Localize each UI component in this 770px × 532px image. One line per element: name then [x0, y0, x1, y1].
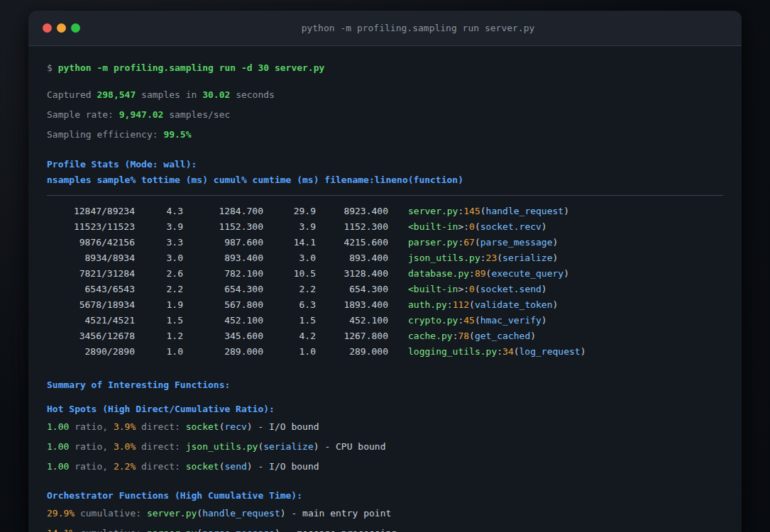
captured-line: Captured 298,547 samples in 30.02 second… [47, 87, 723, 103]
cumtime-cell: 289.000 [316, 344, 388, 360]
tottime-cell: 345.600 [183, 328, 263, 344]
terminal-window: python -m profiling.sampling run server.… [28, 11, 742, 532]
sample-pct-cell: 4.3 [135, 204, 183, 219]
nsamples-cell: 7821/31284 [47, 266, 135, 282]
nsamples-cell: 3456/12678 [47, 328, 135, 344]
cumul-pct-cell: 1.5 [263, 313, 316, 328]
close-button[interactable] [43, 23, 52, 33]
tottime-cell: 1152.300 [183, 219, 263, 235]
table-row: 4521/45211.5452.1001.5452.100crypto.py:4… [47, 313, 723, 328]
cumul-pct-cell: 1.0 [263, 344, 316, 360]
samples-count: 298,547 [97, 89, 136, 100]
nsamples-cell: 6543/6543 [47, 282, 135, 297]
orchestrator-note: - message processing [280, 528, 397, 532]
location-cell: server.py:145(handle_request) [408, 204, 569, 219]
table-divider [47, 195, 723, 196]
tottime-cell: 654.300 [183, 282, 263, 297]
direct-pct: 2.2% [114, 461, 136, 472]
direct-pct: 3.9% [114, 421, 136, 432]
hot-spots-heading: Hot Spots (High Direct/Cumulative Ratio)… [47, 401, 723, 417]
cumtime-cell: 1893.400 [316, 297, 388, 313]
cumul-pct-cell: 4.2 [263, 328, 316, 344]
sample-pct-cell: 1.0 [135, 344, 183, 360]
hot-spot-item: 1.00 ratio, 3.9% direct: socket(recv) - … [47, 419, 723, 435]
window-controls [28, 23, 94, 33]
table-row: 12847/892344.31284.70029.98923.400server… [47, 204, 723, 219]
tottime-cell: 1284.700 [183, 204, 263, 219]
table-columns-header: nsamples sample% tottime (ms) cumul% cum… [47, 172, 723, 188]
location-cell: json_utils.py:23(serialize) [408, 250, 558, 266]
command-text: python -m profiling.sampling run -d 30 s… [58, 62, 325, 73]
location-cell: logging_utils.py:34(log_request) [408, 344, 585, 360]
cumtime-cell: 8923.400 [316, 204, 388, 219]
nsamples-cell: 4521/4521 [47, 313, 135, 328]
shell-prompt: $ [47, 62, 58, 73]
efficiency-line: Sampling efficiency: 99.5% [47, 127, 723, 143]
location-cell: crypto.py:45(hmac_verify) [408, 313, 547, 328]
tottime-cell: 567.800 [183, 297, 263, 313]
ratio-value: 1.00 [47, 421, 69, 432]
cumulative-pct: 14.1% [47, 528, 75, 532]
sample-pct-cell: 1.9 [135, 297, 183, 313]
sample-pct-cell: 1.5 [135, 313, 183, 328]
sample-rate-value: 9,947.02 [119, 109, 164, 120]
location-cell: cache.py:78(get_cached) [408, 328, 536, 344]
location-cell: database.py:89(execute_query) [408, 266, 569, 282]
tottime-cell: 987.600 [183, 235, 263, 250]
tottime-cell: 289.000 [183, 344, 263, 360]
nsamples-cell: 8934/8934 [47, 250, 135, 266]
titlebar[interactable]: python -m profiling.sampling run server.… [28, 11, 742, 46]
location-cell: <built-in>:0(socket.recv) [408, 219, 547, 235]
cumtime-cell: 654.300 [316, 282, 388, 297]
window-title: python -m profiling.sampling run server.… [94, 23, 742, 33]
table-row: 3456/126781.2345.6004.21267.800cache.py:… [47, 328, 723, 344]
cumtime-cell: 4215.600 [316, 235, 388, 250]
orchestrator-note: - main entry point [286, 508, 392, 519]
cumul-pct-cell: 10.5 [263, 266, 316, 282]
maximize-button[interactable] [71, 23, 80, 33]
table-row: 5678/189341.9567.8006.31893.400auth.py:1… [47, 297, 723, 313]
cumulative-pct: 29.9% [47, 508, 75, 519]
ratio-value: 1.00 [47, 461, 69, 472]
cumtime-cell: 1152.300 [316, 219, 388, 235]
cumul-pct-cell: 6.3 [263, 297, 316, 313]
sample-pct-cell: 3.3 [135, 235, 183, 250]
cumul-pct-cell: 3.9 [263, 219, 316, 235]
sample-pct-cell: 1.2 [135, 328, 183, 344]
cumtime-cell: 3128.400 [316, 266, 388, 282]
sample-pct-cell: 3.9 [135, 219, 183, 235]
nsamples-cell: 9876/42156 [47, 235, 135, 250]
minimize-button[interactable] [57, 23, 66, 33]
tottime-cell: 782.100 [183, 266, 263, 282]
sample-pct-cell: 3.0 [135, 250, 183, 266]
bound-note: - I/O bound [253, 461, 319, 472]
table-row: 7821/312842.6782.10010.53128.400database… [47, 266, 723, 282]
table-row: 11523/115233.91152.3003.91152.300<built-… [47, 219, 723, 235]
sample-rate-line: Sample rate: 9,947.02 samples/sec [47, 107, 723, 123]
ratio-value: 1.00 [47, 441, 69, 452]
direct-pct: 3.0% [114, 441, 136, 452]
cumul-pct-cell: 3.0 [263, 250, 316, 266]
table-row: 8934/89343.0893.4003.0893.400json_utils.… [47, 250, 723, 266]
orchestrator-heading: Orchestrator Functions (High Cumulative … [47, 488, 723, 504]
hot-spot-item: 1.00 ratio, 3.0% direct: json_utils.py(s… [47, 439, 723, 455]
command-line: $ python -m profiling.sampling run -d 30… [47, 60, 723, 76]
table-row: 2890/28901.0289.0001.0289.000logging_uti… [47, 344, 723, 360]
cumul-pct-cell: 29.9 [263, 204, 316, 219]
nsamples-cell: 5678/18934 [47, 297, 135, 313]
cumtime-cell: 893.400 [316, 250, 388, 266]
summary-heading: Summary of Interesting Functions: [47, 377, 723, 393]
terminal-content[interactable]: $ python -m profiling.sampling run -d 30… [28, 46, 742, 532]
sample-pct-cell: 2.2 [135, 282, 183, 297]
tottime-cell: 452.100 [183, 313, 263, 328]
bound-note: - I/O bound [253, 421, 319, 432]
tottime-cell: 893.400 [183, 250, 263, 266]
cumtime-cell: 452.100 [316, 313, 388, 328]
bound-note: - CPU bound [319, 441, 386, 452]
efficiency-value: 99.5% [163, 129, 191, 140]
orchestrator-item: 14.1% cumulative: parser.py(parse_messag… [47, 526, 723, 532]
table-row: 9876/421563.3987.60014.14215.600parser.p… [47, 235, 723, 250]
nsamples-cell: 2890/2890 [47, 344, 135, 360]
cumtime-cell: 1267.800 [316, 328, 388, 344]
nsamples-cell: 12847/89234 [47, 204, 135, 219]
